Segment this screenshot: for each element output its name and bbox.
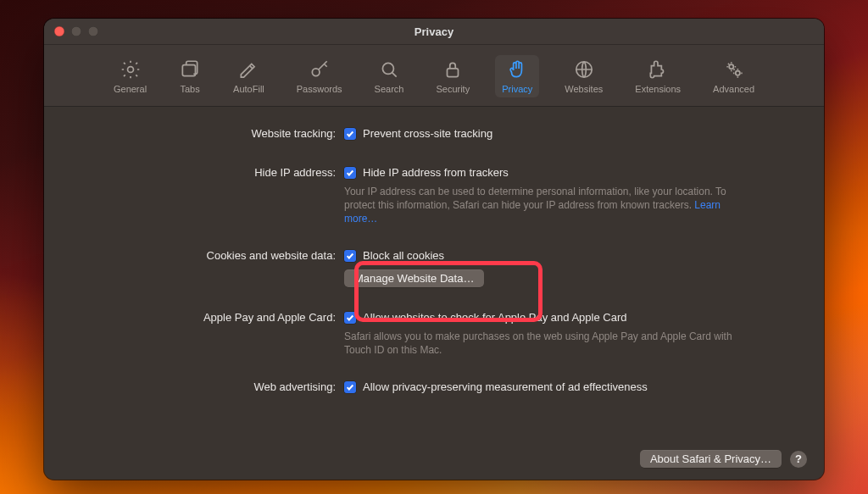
tab-extensions[interactable]: Extensions [628, 55, 687, 97]
about-safari-privacy-button[interactable]: About Safari & Privacy… [640, 450, 782, 468]
footer: About Safari & Privacy… ? [640, 450, 807, 468]
key-icon [309, 58, 331, 80]
titlebar: Privacy [44, 19, 824, 45]
svg-point-7 [735, 71, 739, 75]
tab-privacy[interactable]: Privacy [495, 55, 539, 97]
tab-label: Websites [565, 84, 603, 94]
tab-label: General [114, 84, 147, 94]
row-cookies: Cookies and website data: Block all cook… [73, 247, 795, 287]
label-website-tracking: Website tracking: [73, 125, 344, 142]
puzzle-icon [647, 58, 669, 80]
tab-label: Security [436, 84, 470, 94]
tab-label: Privacy [502, 84, 532, 94]
option-web-advertising: Allow privacy-preserving measurement of … [363, 379, 648, 396]
search-icon [378, 58, 400, 80]
minimize-window-button[interactable] [71, 26, 81, 36]
svg-rect-4 [448, 69, 459, 77]
tab-label: Tabs [180, 84, 199, 94]
label-web-advertising: Web advertising: [73, 379, 344, 396]
tab-websites[interactable]: Websites [558, 55, 609, 97]
tab-label: AutoFill [233, 84, 264, 94]
checkbox-prevent-cross-site-tracking[interactable] [344, 128, 356, 140]
label-cookies: Cookies and website data: [73, 247, 344, 264]
tab-search[interactable]: Search [368, 55, 411, 97]
close-window-button[interactable] [54, 26, 64, 36]
gears-icon [723, 58, 745, 80]
option-prevent-cross-site-tracking: Prevent cross-site tracking [363, 125, 492, 142]
manage-website-data-button[interactable]: Manage Website Data… [344, 269, 484, 287]
tab-label: Search [375, 84, 404, 94]
row-hide-ip: Hide IP address: Hide IP address from tr… [73, 164, 795, 225]
tab-advanced[interactable]: Advanced [706, 55, 761, 97]
tabs-icon [179, 58, 201, 80]
tab-tabs[interactable]: Tabs [172, 55, 208, 97]
svg-point-3 [382, 63, 393, 74]
checkbox-hide-ip[interactable] [344, 167, 356, 179]
hand-icon [506, 58, 528, 80]
tab-passwords[interactable]: Passwords [290, 55, 349, 97]
preferences-window: Privacy General Tabs AutoFill Passwords [44, 19, 824, 480]
globe-icon [573, 58, 595, 80]
row-website-tracking: Website tracking: Prevent cross-site tra… [73, 125, 795, 142]
option-block-all-cookies: Block all cookies [363, 247, 444, 264]
tab-label: Passwords [297, 84, 342, 94]
svg-point-6 [729, 64, 733, 69]
window-title: Privacy [415, 25, 453, 38]
tab-general[interactable]: General [107, 55, 153, 97]
tab-autofill[interactable]: AutoFill [226, 55, 271, 97]
checkbox-web-advertising[interactable] [344, 381, 356, 393]
option-apple-pay: Allow websites to check for Apple Pay an… [363, 309, 626, 326]
window-controls [54, 26, 98, 36]
desc-apple-pay: Safari allows you to make purchases on t… [344, 330, 734, 357]
pencil-icon [237, 58, 259, 80]
checkbox-apple-pay[interactable] [344, 312, 356, 324]
tab-security[interactable]: Security [429, 55, 476, 97]
zoom-window-button[interactable] [88, 26, 98, 36]
svg-point-2 [312, 69, 320, 76]
tab-label: Advanced [713, 84, 754, 94]
option-hide-ip: Hide IP address from trackers [363, 164, 509, 181]
label-apple-pay: Apple Pay and Apple Card: [73, 309, 344, 326]
row-web-advertising: Web advertising: Allow privacy-preservin… [73, 379, 795, 396]
checkbox-block-all-cookies[interactable] [344, 250, 356, 262]
label-hide-ip: Hide IP address: [73, 164, 344, 181]
help-button[interactable]: ? [790, 451, 807, 468]
desc-hide-ip: Your IP address can be used to determine… [344, 185, 734, 225]
svg-rect-1 [182, 65, 195, 76]
tab-label: Extensions [635, 84, 681, 94]
lock-icon [442, 58, 464, 80]
privacy-settings-content: Website tracking: Prevent cross-site tra… [44, 107, 824, 396]
row-apple-pay: Apple Pay and Apple Card: Allow websites… [73, 309, 795, 357]
gear-icon [120, 58, 142, 80]
preferences-toolbar: General Tabs AutoFill Passwords Search [44, 45, 824, 107]
svg-point-0 [127, 67, 133, 73]
